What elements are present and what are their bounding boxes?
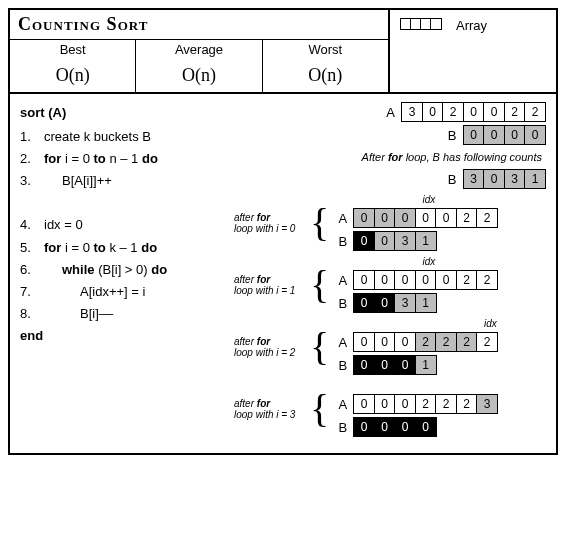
idx-marker: idx bbox=[333, 257, 435, 267]
brace-icon: { bbox=[310, 205, 329, 241]
array-label-a: A bbox=[381, 105, 395, 120]
end-keyword: end bbox=[20, 325, 230, 347]
array-cell: 3 bbox=[394, 293, 416, 313]
signature: sort (A) bbox=[20, 102, 230, 124]
array-a: 0000022 bbox=[353, 270, 498, 290]
iteration-caption: after forloop with i = 0 bbox=[234, 212, 306, 234]
array-cell: 0 bbox=[483, 125, 505, 145]
iteration-state: after forloop with i = 1{idxA0000022B003… bbox=[234, 257, 546, 313]
array-cell: 2 bbox=[524, 102, 546, 122]
array-cell: 0 bbox=[394, 332, 416, 352]
array-cell: 2 bbox=[476, 332, 498, 352]
array-cell: 0 bbox=[415, 417, 437, 437]
states-column: A 3020022 B 0000 After for loop, B has f… bbox=[234, 102, 546, 443]
array-cell: 0 bbox=[394, 208, 416, 228]
array-label-b: B bbox=[333, 296, 347, 311]
array-cell: 2 bbox=[476, 208, 498, 228]
array-swatch-icon bbox=[400, 18, 442, 30]
array-cell: 0 bbox=[374, 355, 396, 375]
array-b-after-for: 3031 bbox=[463, 169, 547, 189]
array-cell: 0 bbox=[483, 102, 505, 122]
array-cell: 0 bbox=[374, 270, 396, 290]
legend: Array bbox=[390, 10, 556, 92]
array-cell: 0 bbox=[353, 293, 375, 313]
array-cell: 0 bbox=[415, 208, 437, 228]
array-cell: 0 bbox=[353, 355, 375, 375]
array-cell: 2 bbox=[456, 332, 478, 352]
complexity-avg-value: O(n) bbox=[136, 59, 262, 92]
array-cell: 0 bbox=[374, 231, 396, 251]
array-cell: 0 bbox=[394, 394, 416, 414]
array-cell: 2 bbox=[456, 394, 478, 414]
array-cell: 0 bbox=[463, 125, 485, 145]
array-a: 0002222 bbox=[353, 332, 498, 352]
array-cell: 1 bbox=[415, 231, 437, 251]
iteration-state: after forloop with i = 3{A0002223B0000 bbox=[234, 381, 546, 437]
array-cell: 1 bbox=[524, 169, 546, 189]
complexity-best-value: O(n) bbox=[10, 59, 136, 92]
after-for-note: After for loop, B has following counts bbox=[362, 151, 542, 163]
array-cell: 2 bbox=[415, 394, 437, 414]
diagram-root: Counting Sort Best Average Worst O(n) O(… bbox=[8, 8, 558, 455]
array-cell: 0 bbox=[435, 208, 457, 228]
complexity-worst-value: O(n) bbox=[263, 59, 388, 92]
after-first-for: B 3031 bbox=[234, 169, 546, 189]
complexity-avg-label: Average bbox=[136, 40, 262, 59]
pseudo-line: 4.idx = 0 bbox=[20, 214, 230, 236]
body: sort (A) 1.create k buckets B2.for i = 0… bbox=[10, 94, 556, 453]
pseudo-line: 6.while (B[i] > 0) do bbox=[20, 259, 230, 281]
array-cell: 0 bbox=[394, 270, 416, 290]
algorithm-title: Counting Sort bbox=[10, 10, 388, 40]
brace-icon: { bbox=[310, 267, 329, 303]
complexity-values: O(n) O(n) O(n) bbox=[10, 59, 388, 92]
idx-marker: idx bbox=[333, 195, 435, 205]
complexity-worst-label: Worst bbox=[263, 40, 388, 59]
array-cell: 0 bbox=[463, 102, 485, 122]
array-cell: 0 bbox=[374, 208, 396, 228]
header: Counting Sort Best Average Worst O(n) O(… bbox=[10, 10, 556, 94]
array-cell: 0 bbox=[353, 394, 375, 414]
array-cell: 0 bbox=[353, 208, 375, 228]
array-cell: 0 bbox=[353, 332, 375, 352]
array-a-initial: 3020022 bbox=[401, 102, 546, 122]
array-b: 0000 bbox=[353, 417, 437, 437]
pseudo-line bbox=[20, 192, 230, 214]
iteration-caption: after forloop with i = 3 bbox=[234, 398, 306, 420]
complexity-best-label: Best bbox=[10, 40, 136, 59]
iteration-state: after forloop with i = 2{idxA0002222B000… bbox=[234, 319, 546, 375]
array-cell: 2 bbox=[476, 270, 498, 290]
pseudo-line: 1.create k buckets B bbox=[20, 126, 230, 148]
array-cell: 0 bbox=[394, 417, 416, 437]
brace-icon: { bbox=[310, 391, 329, 427]
array-cell: 3 bbox=[394, 231, 416, 251]
array-cell: 0 bbox=[435, 270, 457, 290]
pseudo-line: 3.B[A[i]]++ bbox=[20, 170, 230, 192]
idx-marker: idx bbox=[333, 319, 497, 329]
array-cell: 3 bbox=[401, 102, 423, 122]
array-cell: 2 bbox=[415, 332, 437, 352]
array-cell: 1 bbox=[415, 355, 437, 375]
array-b: 0031 bbox=[353, 293, 437, 313]
array-cell: 3 bbox=[504, 169, 526, 189]
array-a: 0002223 bbox=[353, 394, 498, 414]
array-label-b: B bbox=[333, 420, 347, 435]
array-cell: 0 bbox=[422, 102, 444, 122]
array-label-a: A bbox=[333, 273, 347, 288]
array-b-initial: 0000 bbox=[463, 125, 547, 145]
array-cell: 0 bbox=[374, 394, 396, 414]
array-b: 0001 bbox=[353, 355, 437, 375]
pseudo-line: 8.B[i]–– bbox=[20, 303, 230, 325]
pseudocode: sort (A) 1.create k buckets B2.for i = 0… bbox=[20, 102, 230, 443]
array-cell: 2 bbox=[504, 102, 526, 122]
array-a: 0000022 bbox=[353, 208, 498, 228]
iteration-state: after forloop with i = 0{idxA0000022B003… bbox=[234, 195, 546, 251]
array-label-b: B bbox=[333, 358, 347, 373]
array-cell: 0 bbox=[504, 125, 526, 145]
complexity-headers: Best Average Worst bbox=[10, 40, 388, 59]
array-label-b: B bbox=[333, 234, 347, 249]
array-label-b: B bbox=[443, 128, 457, 143]
array-label-b: B bbox=[443, 172, 457, 187]
array-label-a: A bbox=[333, 335, 347, 350]
array-cell: 2 bbox=[456, 208, 478, 228]
array-cell: 0 bbox=[524, 125, 546, 145]
